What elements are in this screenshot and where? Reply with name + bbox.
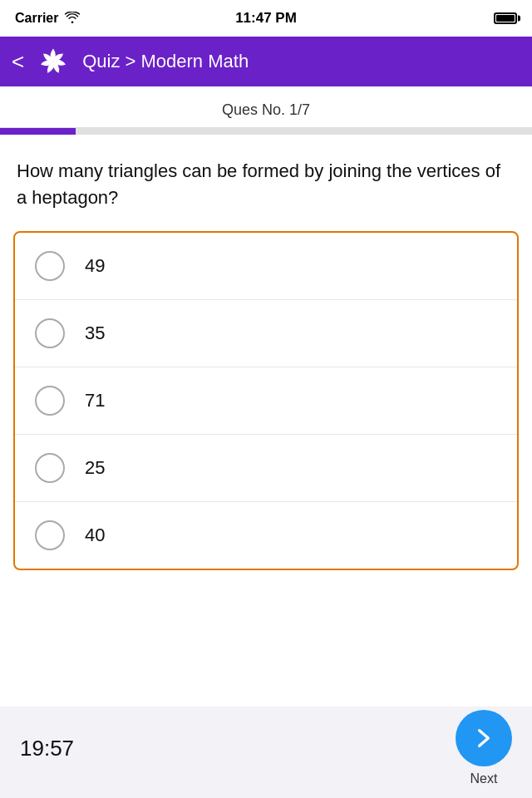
option-item-c[interactable]: 71 [15, 367, 517, 435]
progress-bar-wrap [0, 128, 532, 135]
radio-d[interactable] [35, 453, 65, 483]
status-left: Carrier [15, 11, 80, 26]
next-btn-wrap: Next [456, 710, 512, 786]
arrow-right-icon [470, 725, 497, 751]
progress-bar-fill [0, 128, 76, 135]
radio-b[interactable] [35, 318, 65, 348]
carrier-label: Carrier [15, 11, 58, 26]
option-label-a: 49 [85, 255, 105, 277]
question-text: How many triangles can be formed by join… [17, 158, 515, 211]
battery-icon [494, 12, 517, 24]
back-button[interactable]: < [12, 51, 24, 72]
status-bar: Carrier 11:47 PM [0, 0, 532, 37]
radio-a[interactable] [35, 251, 65, 281]
app-logo [36, 44, 71, 79]
next-button[interactable] [456, 710, 512, 766]
wifi-icon [65, 12, 80, 26]
question-text-wrap: How many triangles can be formed by join… [0, 135, 532, 231]
option-label-c: 71 [85, 390, 105, 411]
radio-e[interactable] [35, 520, 65, 550]
options-container: 4935712540 [13, 231, 519, 570]
option-label-b: 35 [85, 323, 105, 344]
option-label-e: 40 [85, 525, 105, 546]
option-item-a[interactable]: 49 [15, 233, 517, 300]
question-counter: Ques No. 1/7 [222, 101, 310, 118]
option-item-b[interactable]: 35 [15, 300, 517, 367]
nav-bar: < Quiz > Modern Math [0, 37, 532, 86]
bottom-bar: 19:57 Next [0, 707, 532, 798]
option-item-d[interactable]: 25 [15, 435, 517, 502]
question-counter-wrap: Ques No. 1/7 [0, 86, 532, 128]
status-right [494, 12, 517, 24]
option-item-e[interactable]: 40 [15, 502, 517, 569]
option-label-d: 25 [85, 457, 105, 479]
radio-c[interactable] [35, 386, 65, 416]
next-label: Next [470, 771, 498, 786]
status-time: 11:47 PM [235, 10, 297, 27]
nav-title: Quiz > Modern Math [82, 51, 249, 72]
timer-display: 19:57 [20, 736, 74, 761]
